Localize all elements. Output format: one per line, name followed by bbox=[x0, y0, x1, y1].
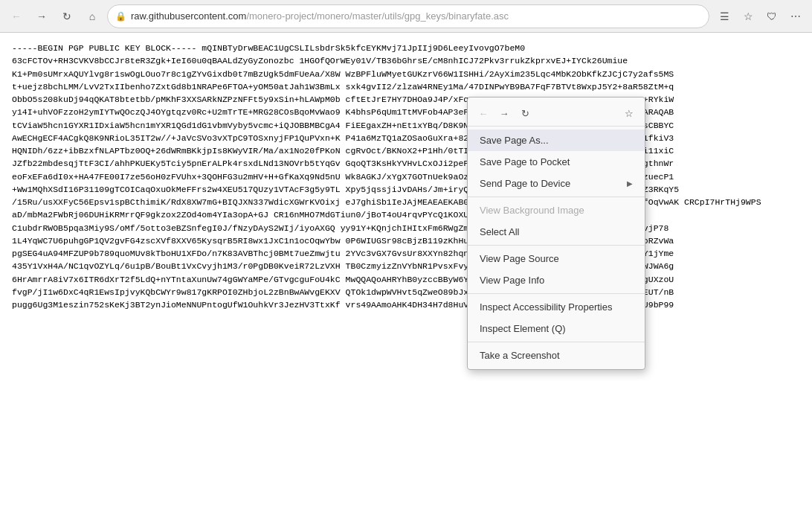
cm-item-label-view-page-source: View Page Source bbox=[480, 253, 559, 264]
cm-item-save-page-as[interactable]: Save Page As... bbox=[468, 130, 645, 151]
cm-item-select-all[interactable]: Select All bbox=[468, 221, 645, 243]
cm-item-label-view-background-image: View Background Image bbox=[480, 205, 584, 216]
context-menu-overlay: ← → ↻ ☆ Save Page As...Save Page to Pock… bbox=[0, 0, 812, 518]
cm-back-button[interactable]: ← bbox=[474, 103, 493, 123]
cm-item-label-send-page-to-device: Send Page to Device bbox=[480, 178, 570, 189]
cm-item-label-save-page-as: Save Page As... bbox=[480, 135, 549, 146]
cm-item-take-screenshot[interactable]: Take a Screenshot bbox=[468, 345, 645, 366]
cm-item-arrow-send-page-to-device: ▶ bbox=[627, 179, 633, 188]
cm-item-view-background-image: View Background Image bbox=[468, 199, 645, 221]
separator-6 bbox=[468, 245, 645, 246]
cm-item-send-page-to-device[interactable]: Send Page to Device▶ bbox=[468, 173, 645, 194]
context-menu: ← → ↻ ☆ Save Page As...Save Page to Pock… bbox=[467, 97, 645, 370]
cm-bookmark-button[interactable]: ☆ bbox=[619, 103, 639, 123]
separator-9 bbox=[468, 293, 645, 294]
context-menu-items: Save Page As...Save Page to PocketSend P… bbox=[468, 130, 645, 366]
cm-item-label-inspect-element: Inspect Element (Q) bbox=[480, 323, 566, 334]
separator-12 bbox=[468, 342, 645, 342]
cm-item-inspect-accessibility[interactable]: Inspect Accessibility Properties bbox=[468, 296, 645, 318]
cm-item-label-inspect-accessibility: Inspect Accessibility Properties bbox=[480, 301, 612, 313]
separator-3 bbox=[468, 196, 645, 197]
cm-item-label-view-page-info: View Page Info bbox=[480, 275, 544, 286]
cm-item-inspect-element[interactable]: Inspect Element (Q) bbox=[468, 318, 645, 339]
cm-item-view-page-info[interactable]: View Page Info bbox=[468, 269, 645, 291]
cm-item-label-select-all: Select All bbox=[480, 226, 519, 237]
cm-item-label-take-screenshot: Take a Screenshot bbox=[480, 350, 560, 361]
cm-item-label-save-page-to-pocket: Save Page to Pocket bbox=[480, 156, 570, 167]
cm-item-save-page-to-pocket[interactable]: Save Page to Pocket bbox=[468, 151, 645, 173]
context-menu-nav: ← → ↻ ☆ bbox=[468, 100, 645, 127]
cm-item-view-page-source[interactable]: View Page Source bbox=[468, 248, 645, 269]
cm-forward-button[interactable]: → bbox=[494, 103, 514, 123]
cm-reload-button[interactable]: ↻ bbox=[515, 103, 535, 123]
